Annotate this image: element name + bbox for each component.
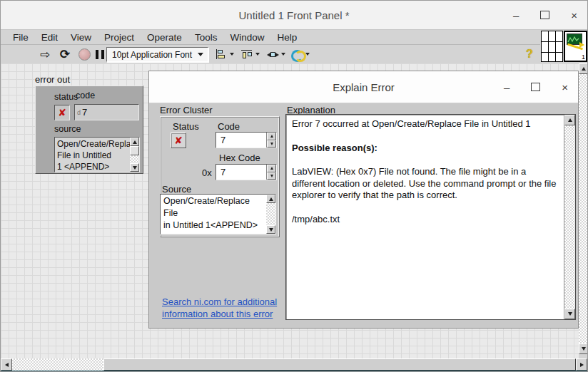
menu-project[interactable]: Project xyxy=(98,32,141,43)
source-textarea[interactable]: Open/Create/Replace File in Untitled 1 <… xyxy=(54,137,140,172)
scroll-track[interactable] xyxy=(266,203,275,225)
scroll-up-button[interactable] xyxy=(564,115,575,125)
scroll-track[interactable] xyxy=(12,358,103,371)
main-window-controls: – × xyxy=(513,1,577,29)
maximize-icon[interactable] xyxy=(540,11,549,19)
vi-icon-arrow xyxy=(579,42,584,48)
dialog-source-line: /tmp/abc.txt xyxy=(163,232,263,234)
scroll-track[interactable] xyxy=(579,74,588,343)
dialog-close-icon[interactable]: × xyxy=(562,82,568,93)
dialog-source-scrollbar xyxy=(266,195,275,234)
alignment-grid-icon[interactable] xyxy=(541,31,563,62)
explanation-reason-text: LabVIEW: (Hex 0x7) File not found. The f… xyxy=(292,166,558,202)
hex-decrement-button[interactable] xyxy=(267,172,276,180)
menu-view[interactable]: View xyxy=(64,32,98,43)
menu-tools[interactable]: Tools xyxy=(188,32,224,43)
dialog-code-field[interactable]: 7 xyxy=(216,132,277,148)
scroll-up-button[interactable] xyxy=(130,138,139,146)
source-line: 1 <APPEND> xyxy=(57,161,124,172)
abort-button[interactable] xyxy=(76,46,92,62)
align-objects-button[interactable] xyxy=(215,46,235,62)
menu-file[interactable]: File xyxy=(6,32,35,43)
scroll-thumb[interactable] xyxy=(130,146,139,155)
code-field[interactable]: d 7 xyxy=(74,104,139,120)
explanation-file-path: /tmp/abc.txt xyxy=(292,214,558,226)
toolbar: ⇨ ⟳ 10pt Application Font xyxy=(1,46,540,64)
hex-increment-button[interactable] xyxy=(267,165,276,172)
dialog-status-indicator[interactable]: ✘ xyxy=(171,133,186,148)
error-cluster-label: Error Cluster xyxy=(160,105,213,115)
scroll-down-button[interactable] xyxy=(130,163,139,172)
source-scrollbar xyxy=(130,138,139,172)
error-out-cluster: status code ✘ d 7 source Open/Create/Rep… xyxy=(35,86,143,174)
code-increment-button[interactable] xyxy=(267,133,276,140)
main-horizontal-scrollbar xyxy=(1,358,588,371)
source-line: Open/Create/Replace xyxy=(57,138,124,150)
vi-icon-badge: 1 xyxy=(582,53,585,61)
run-button[interactable]: ⇨ xyxy=(36,46,54,62)
menu-edit[interactable]: Edit xyxy=(35,32,64,43)
labview-main-window: Untitled 1 Front Panel * – × File Edit V… xyxy=(0,0,588,372)
source-line: File in Untitled xyxy=(57,150,124,161)
hex-spinner xyxy=(266,165,276,180)
status-indicator[interactable]: ✘ xyxy=(54,105,70,120)
dialog-source-textarea[interactable]: Open/Create/Replace File in Untitled 1<A… xyxy=(160,194,276,234)
error-out-label: error out xyxy=(35,74,70,85)
dialog-maximize-icon[interactable] xyxy=(531,83,540,91)
scroll-down-button[interactable] xyxy=(579,343,588,354)
dialog-window-controls: – × xyxy=(504,71,568,103)
scroll-down-button[interactable] xyxy=(266,225,275,234)
align-objects-icon xyxy=(216,49,228,60)
scroll-thumb[interactable] xyxy=(103,358,576,371)
dialog-code-value: 7 xyxy=(216,135,266,145)
status-label: status xyxy=(54,92,78,102)
menu-bar: File Edit View Project Operate Tools Win… xyxy=(1,30,540,45)
minimize-icon[interactable]: – xyxy=(513,10,519,21)
scroll-right-button[interactable] xyxy=(576,358,587,371)
run-icon: ⇨ xyxy=(40,48,50,61)
scroll-track[interactable] xyxy=(130,155,139,163)
dialog-title: Explain Error xyxy=(333,81,395,93)
explanation-line-1: Error 7 occurred at Open/Create/Replace … xyxy=(292,118,558,130)
scroll-left-button[interactable] xyxy=(1,358,12,371)
run-continuously-icon: ⟳ xyxy=(60,48,70,61)
font-selector[interactable]: 10pt Application Font xyxy=(106,47,208,62)
explanation-scrollbar xyxy=(564,115,575,319)
context-help-button[interactable]: ? xyxy=(522,46,537,62)
scroll-down-button[interactable] xyxy=(564,309,575,319)
font-selector-dropdown-icon xyxy=(198,53,203,56)
scroll-up-button[interactable] xyxy=(579,63,588,74)
scroll-up-button[interactable] xyxy=(266,195,275,203)
dialog-source-line: Open/Create/Replace File xyxy=(163,195,263,219)
distribute-objects-button[interactable] xyxy=(240,46,260,62)
dialog-minimize-icon[interactable]: – xyxy=(504,82,510,93)
close-icon[interactable]: × xyxy=(571,10,577,21)
menu-help[interactable]: Help xyxy=(270,32,303,43)
code-decrement-button[interactable] xyxy=(267,140,276,148)
vi-icon[interactable]: 1 xyxy=(564,31,587,62)
resize-dropdown-icon xyxy=(281,53,285,56)
reorder-button[interactable] xyxy=(290,46,310,62)
hex-code-value: 7 xyxy=(216,167,266,177)
hex-code-field[interactable]: 7 xyxy=(216,164,277,180)
reorder-icon xyxy=(291,49,303,60)
distribute-objects-icon xyxy=(241,49,253,60)
pause-icon xyxy=(96,50,98,59)
error-x-icon: ✘ xyxy=(58,108,66,118)
menu-window[interactable]: Window xyxy=(223,32,270,43)
radix-indicator: d xyxy=(75,109,82,116)
menu-operate[interactable]: Operate xyxy=(141,32,188,43)
hex-code-label: Hex Code xyxy=(219,153,260,163)
abort-icon xyxy=(78,48,91,61)
resize-objects-button[interactable] xyxy=(266,46,286,62)
run-continuously-button[interactable]: ⟳ xyxy=(56,46,74,62)
scroll-track[interactable] xyxy=(564,125,575,309)
dialog-titlebar: Explain Error – × xyxy=(149,71,578,103)
resize-objects-icon xyxy=(267,49,279,60)
dialog-code-label: Code xyxy=(218,121,240,132)
ni-search-link[interactable]: Search ni.com for additional information… xyxy=(162,296,290,320)
distribute-dropdown-icon xyxy=(255,53,260,56)
pause-button[interactable] xyxy=(93,46,107,62)
explanation-textarea[interactable]: Error 7 occurred at Open/Create/Replace … xyxy=(285,114,576,320)
code-value: 7 xyxy=(82,107,87,118)
